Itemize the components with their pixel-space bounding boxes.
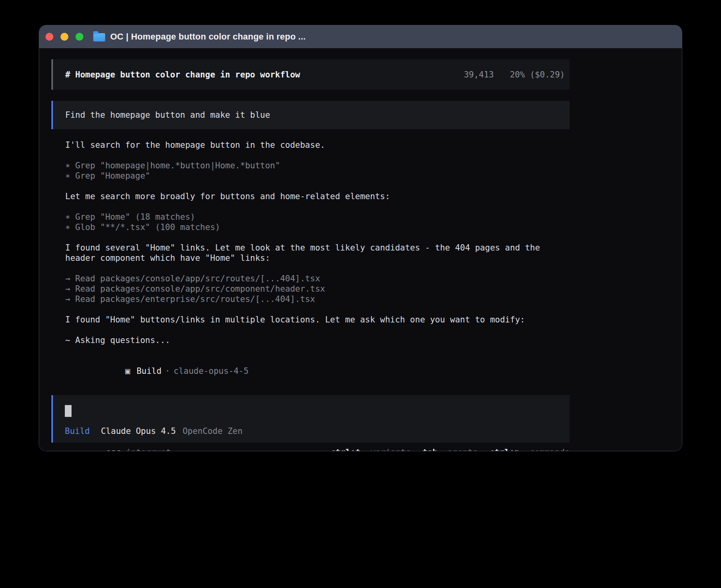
status-text: ~ Asking questions... [65,335,570,345]
text-cursor [65,405,72,417]
terminal-content: # Homepage button color change in repo w… [39,48,682,451]
shortcut-commands: ctrl+p commands [489,447,570,451]
asking-questions-status: ~ Asking questions... [65,335,570,345]
assistant-message: Let me search more broadly for buttons a… [65,191,570,202]
shortcut-key: ctrl+p [489,448,519,451]
tool-call-read: → Read packages/console/app/src/routes/[… [65,273,570,284]
agent-status-line: ▣Build·claude-opus-4-5 [65,356,570,386]
esc-key-hint: esc [106,447,121,451]
minimize-button[interactable] [60,33,68,41]
agent-separator: · [165,366,170,376]
assistant-message: I found "Home" buttons/links in multiple… [65,315,570,325]
tool-call-group: ∗ Grep "Home" (18 matches) ∗ Glob "**/*.… [65,212,570,232]
close-button[interactable] [45,33,53,41]
user-message-text: Find the homepage button and make it blu… [65,110,270,120]
status-right: ctrl+t variants tab agents ctrl+p comman… [319,447,570,451]
status-bar: esc interrupt ctrl+t variants tab agents… [51,447,570,451]
assistant-text: I found several "Home" links. Let me loo… [65,243,570,263]
context-usage: 20% ($0.29) [510,70,565,79]
assistant-message: I found several "Home" links. Let me loo… [65,243,570,263]
zoom-button[interactable] [75,33,83,41]
tool-call-read: → Read packages/enterprise/src/routes/[.… [65,294,570,304]
session-title: # Homepage button color change in repo w… [65,70,300,80]
shortcut-key: ctrl+t [330,448,360,451]
session-stats: 39,413 20% ($0.29) [464,70,565,80]
titlebar: OC | Homepage button color change in rep… [39,25,682,48]
assistant-message: I'll search for the homepage button in t… [65,140,570,150]
tool-call-read: → Read packages/console/app/src/componen… [65,284,570,294]
user-message: Find the homepage button and make it blu… [51,101,570,129]
shortcut-label: commands [530,448,570,451]
shortcut-label: agents [447,448,478,451]
assistant-text: I'll search for the homepage button in t… [65,140,570,150]
title-group: OC | Homepage button color change in rep… [93,25,306,48]
shortcut-key: tab [423,448,438,451]
assistant-text: I found "Home" buttons/links in multiple… [65,315,570,325]
tool-call-grep: ∗ Grep "Homepage" [65,171,570,181]
esc-key-label: interrupt [126,447,171,451]
tool-call-group: ∗ Grep "homepage|home.*button|Home.*butt… [65,160,570,181]
agent-name: Build [136,366,161,376]
tool-call-group: → Read packages/console/app/src/routes/[… [65,273,570,304]
shortcut-label: variants [371,448,411,451]
tool-call-grep: ∗ Grep "Home" (18 matches) [65,212,570,222]
token-count: 39,413 [464,70,494,79]
tool-call-grep: ∗ Grep "homepage|home.*button|Home.*butt… [65,160,570,171]
provider-label: OpenCode Zen [183,426,243,436]
shortcut-variants: ctrl+t variants [330,447,411,451]
transcript: I'll search for the homepage button in t… [51,140,570,386]
window-title: OC | Homepage button color change in rep… [110,32,306,42]
prompt-input[interactable]: Build Claude Opus 4.5 OpenCode Zen [51,395,570,443]
model-label: Claude Opus 4.5 [101,426,176,436]
session-header: # Homepage button color change in repo w… [51,59,570,90]
assistant-text: Let me search more broadly for buttons a… [65,191,570,202]
folder-icon [93,33,105,41]
input-meta: Build Claude Opus 4.5 OpenCode Zen [65,426,558,436]
window-controls [39,33,83,41]
status-left: esc interrupt [51,447,171,451]
agent-icon: ▣ [125,366,130,376]
shortcut-agents: tab agents [423,447,478,451]
agent-mode-label: Build [65,426,90,436]
tool-call-glob: ∗ Glob "**/*.tsx" (100 matches) [65,222,570,232]
terminal-window: OC | Homepage button color change in rep… [39,25,682,451]
agent-model: claude-opus-4-5 [174,366,249,376]
